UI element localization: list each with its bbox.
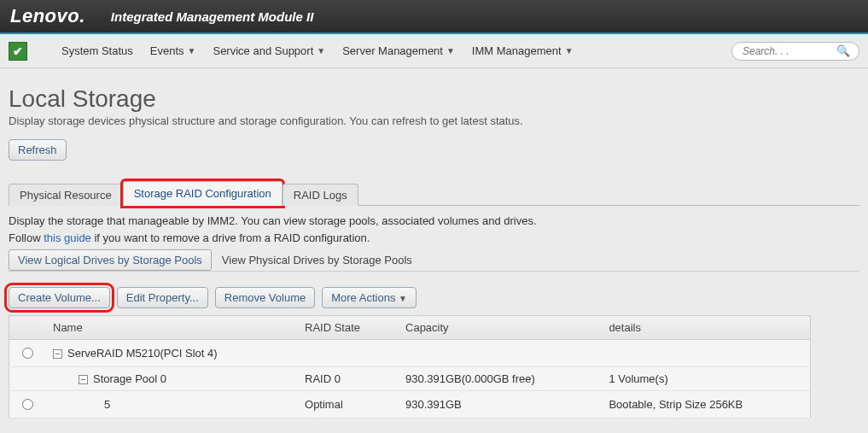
page-body: Local Storage Display storage devices ph…: [0, 68, 868, 433]
table-row[interactable]: −Storage Pool 0 RAID 0 930.391GB(0.000GB…: [9, 367, 811, 391]
row-name-text: ServeRAID M5210(PCI Slot 4): [67, 347, 218, 360]
row-name-text: 5: [53, 398, 110, 411]
menu-label: IMM Management: [472, 44, 562, 57]
col-capacity[interactable]: Capacity: [397, 316, 600, 340]
cell-details: Bootable, Strip Size 256KB: [600, 391, 810, 418]
cell-name: 5: [44, 391, 296, 418]
chevron-down-icon: ▼: [446, 46, 455, 56]
row-radio[interactable]: [22, 348, 33, 359]
menu-imm-management[interactable]: IMM Management▼: [463, 39, 582, 62]
chevron-down-icon: ▼: [565, 46, 574, 56]
cell-raid-state: Optimal: [296, 391, 397, 418]
chevron-down-icon: ▼: [399, 294, 407, 303]
cell-name: −Storage Pool 0: [44, 367, 296, 391]
cell-capacity: 930.391GB(0.000GB free): [397, 367, 600, 391]
more-actions-button[interactable]: More Actions ▼: [322, 287, 417, 308]
menu-label: Service and Support: [213, 44, 313, 57]
edit-property-button[interactable]: Edit Property...: [117, 287, 208, 308]
raid-config-panel: Display the storage that manageable by I…: [9, 206, 859, 425]
search-input[interactable]: [741, 44, 836, 58]
panel-description: Display the storage that manageable by I…: [9, 213, 859, 246]
create-volume-button[interactable]: Create Volume...: [9, 287, 110, 308]
cell-name: −ServeRAID M5210(PCI Slot 4): [44, 340, 296, 367]
panel-desc-post: if you want to remove a drive from a RAI…: [91, 231, 370, 244]
table-row[interactable]: −ServeRAID M5210(PCI Slot 4): [9, 340, 811, 367]
chevron-down-icon: ▼: [188, 46, 196, 56]
storage-table: Name RAID State Capacity details −ServeR…: [9, 315, 811, 418]
menu-events[interactable]: Events▼: [142, 39, 205, 62]
tab-physical-resource[interactable]: Physical Resource: [9, 184, 123, 206]
menubar: ✔ System Status Events▼ Service and Supp…: [0, 34, 868, 68]
collapse-icon[interactable]: −: [79, 375, 88, 384]
guide-link[interactable]: this guide: [44, 231, 91, 244]
tab-storage-raid-configuration[interactable]: Storage RAID Configuration: [123, 181, 283, 206]
col-details[interactable]: details: [600, 316, 810, 340]
cell-raid-state: RAID 0: [296, 367, 397, 391]
row-select-cell: [9, 391, 45, 418]
action-row: Create Volume... Edit Property... Remove…: [9, 287, 859, 308]
collapse-icon[interactable]: −: [53, 349, 62, 359]
cell-raid-state: [296, 340, 397, 367]
panel-desc-pre: Follow: [9, 231, 44, 244]
search-box[interactable]: 🔍: [731, 42, 859, 61]
row-radio[interactable]: [22, 399, 33, 410]
topbar: Lenovo. Integrated Management Module II: [0, 0, 868, 34]
refresh-button[interactable]: Refresh: [9, 139, 67, 161]
remove-volume-button[interactable]: Remove Volume: [215, 287, 315, 308]
status-ok-icon: ✔: [9, 42, 27, 61]
product-name: Integrated Management Module II: [111, 9, 314, 24]
col-name[interactable]: Name: [44, 316, 296, 340]
menu-system-status[interactable]: System Status: [53, 39, 142, 62]
tab-raid-logs[interactable]: RAID Logs: [283, 184, 358, 206]
menu-label: Server Management: [342, 44, 443, 57]
page-subtitle: Display storage devices physical structu…: [9, 114, 859, 127]
col-select: [9, 316, 45, 340]
view-logical-drives-button[interactable]: View Logical Drives by Storage Pools: [9, 249, 212, 271]
cell-capacity: 930.391GB: [397, 391, 600, 418]
cell-details: 1 Volume(s): [600, 367, 810, 391]
row-select-cell: [9, 367, 45, 391]
chevron-down-icon: ▼: [317, 46, 325, 56]
tabs: Physical Resource Storage RAID Configura…: [9, 181, 859, 206]
menu-label: System Status: [61, 44, 133, 57]
panel-desc-line1: Display the storage that manageable by I…: [9, 214, 537, 227]
more-actions-label: More Actions: [331, 291, 395, 304]
table-row[interactable]: 5 Optimal 930.391GB Bootable, Strip Size…: [9, 391, 811, 418]
page-title: Local Storage: [9, 85, 859, 113]
menu-label: Events: [150, 44, 184, 57]
menu-server-management[interactable]: Server Management▼: [334, 39, 463, 62]
search-icon: 🔍: [836, 44, 850, 57]
col-raid-state[interactable]: RAID State: [296, 316, 397, 340]
menu-service-support[interactable]: Service and Support▼: [204, 39, 334, 62]
brand-logo: Lenovo.: [10, 5, 85, 27]
cell-capacity: [397, 340, 600, 367]
view-physical-drives-button[interactable]: View Physical Drives by Storage Pools: [213, 250, 421, 270]
cell-details: [600, 340, 810, 367]
view-mode-tabs: View Logical Drives by Storage Pools Vie…: [9, 249, 859, 272]
row-name-text: Storage Pool 0: [93, 372, 166, 385]
row-select-cell: [9, 340, 45, 367]
